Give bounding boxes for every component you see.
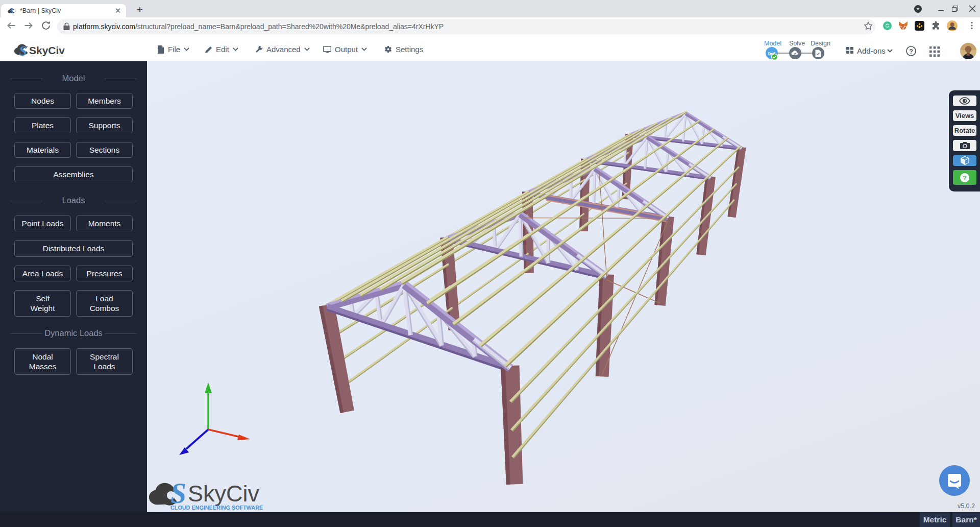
svg-text:SkyCiv: SkyCiv [29, 44, 65, 56]
svg-text:?: ? [963, 174, 967, 181]
svg-text:S: S [19, 43, 27, 58]
svg-text:CLOUD ENGINEERING SOFTWARE: CLOUD ENGINEERING SOFTWARE [170, 505, 263, 511]
svg-text:SkyCiv: SkyCiv [188, 481, 260, 507]
svg-text:?: ? [909, 48, 913, 55]
svg-text:S: S [10, 8, 14, 15]
